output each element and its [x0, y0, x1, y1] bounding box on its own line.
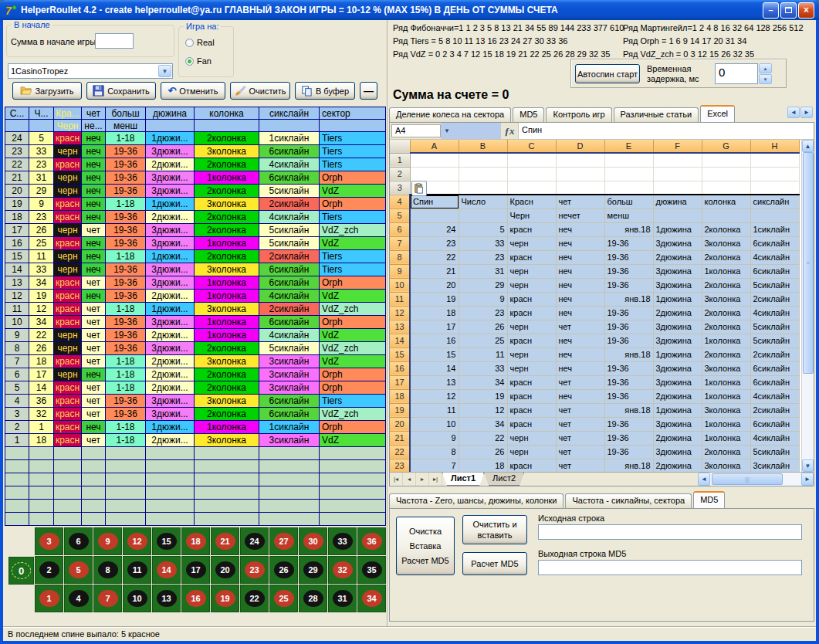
formula-value[interactable]: Спин	[518, 123, 814, 139]
spin-cell[interactable]: 13	[5, 276, 29, 290]
spin-row[interactable]: 18 23 красн неч 19-36 2дюжи... 2колонка …	[5, 211, 386, 224]
cell-a[interactable]	[410, 153, 459, 167]
cell-a[interactable]: 9	[410, 431, 459, 445]
column-cell[interactable]: 1колонка	[195, 171, 259, 185]
spin-row[interactable]: 24 5 красн неч 1-18 1дюжи... 2колонка 1с…	[5, 132, 386, 145]
cell-g[interactable]	[702, 181, 750, 195]
roulette-number-cell[interactable]: 16	[182, 585, 209, 612]
parity-cell[interactable]: неч	[82, 171, 106, 185]
dozen-cell[interactable]: 2дюжи...	[146, 211, 195, 224]
sixline-cell[interactable]: 5сиклайн	[259, 224, 320, 237]
tab[interactable]: Контроль игр	[546, 107, 611, 122]
row-header[interactable]: 16	[390, 361, 410, 375]
sixline-cell[interactable]: 6сиклайн	[259, 263, 320, 276]
dozen-cell[interactable]: 2дюжи...	[146, 158, 195, 171]
minimize-button[interactable]: –	[763, 2, 779, 19]
cell-h[interactable]: 5сиклайн	[750, 445, 799, 459]
cell-h[interactable]: 2сиклайн	[750, 347, 799, 361]
row-header[interactable]: 15	[390, 347, 410, 361]
cell-g[interactable]: 1колонка	[702, 389, 750, 403]
cell-f[interactable]: 1дюжина	[653, 222, 702, 236]
number-cell[interactable]: 1	[29, 421, 54, 434]
roulette-number-cell[interactable]: 29	[300, 557, 327, 583]
row-header[interactable]: 12	[390, 306, 410, 320]
row-header[interactable]: 9	[390, 264, 410, 278]
row-header[interactable]: 18	[390, 389, 410, 403]
cell-a[interactable]: 14	[410, 361, 459, 375]
cell-d[interactable]: неч	[556, 250, 604, 264]
column-cell[interactable]: 2колонка	[195, 185, 259, 198]
spin-cell[interactable]: 2	[5, 421, 29, 434]
calc-md5-button[interactable]: Расчет MD5	[462, 552, 527, 575]
dozen-cell[interactable]: 2дюжи...	[146, 381, 195, 395]
parity-cell[interactable]: неч	[82, 158, 106, 171]
cell-b[interactable]	[459, 167, 507, 181]
column-header[interactable]: C	[507, 140, 556, 153]
cell-e[interactable]: янв.18	[604, 292, 653, 306]
cell-g[interactable]: 1колонка	[702, 431, 750, 445]
roulette-number-cell[interactable]: 12	[124, 528, 151, 554]
roulette-number-cell[interactable]: 30	[300, 528, 327, 554]
spin-row[interactable]: 12 19 красн неч 19-36 2дюжи... 1колонка …	[5, 290, 386, 303]
cell-e[interactable]: 19-36	[604, 334, 653, 347]
color-cell[interactable]: красн	[54, 408, 82, 421]
sixline-cell[interactable]: 6сиклайн	[259, 408, 320, 421]
roulette-zero-cell[interactable]: 0	[9, 558, 33, 584]
parity-cell[interactable]: чет	[82, 224, 106, 237]
row-header[interactable]: 2	[390, 167, 410, 181]
cell-g[interactable]: колонка	[702, 195, 750, 208]
spin-row[interactable]: 22 23 красн неч 19-36 2дюжи... 2колонка …	[5, 158, 386, 171]
cell-c[interactable]: красн	[507, 459, 556, 472]
cell-e[interactable]: янв.18	[604, 222, 653, 236]
color-cell[interactable]: красн	[54, 355, 82, 368]
cell-f[interactable]: 3дюжина	[653, 264, 702, 278]
roulette-number-cell[interactable]: 26	[270, 557, 297, 583]
spin-row[interactable]: 8 26 черн чет 19-36 3дюжи... 2колонка 5с…	[5, 342, 386, 355]
row-header[interactable]: 5	[390, 208, 410, 222]
cell-d[interactable]: неч	[556, 292, 604, 306]
sector-cell[interactable]: VdZ_zch	[320, 408, 386, 421]
spin-cell[interactable]: 15	[5, 250, 29, 263]
parity-cell[interactable]: чет	[82, 329, 106, 342]
maximize-button[interactable]	[780, 2, 797, 19]
scroll-left-icon[interactable]: ◄	[698, 473, 710, 486]
spin-cell[interactable]: 9	[5, 329, 29, 342]
spin-cell[interactable]: 16	[5, 237, 29, 250]
range-cell[interactable]: 19-36	[106, 158, 146, 171]
cell-d[interactable]: чет	[556, 445, 604, 459]
sector-cell[interactable]: VdZ_zch	[320, 342, 386, 355]
clear-button[interactable]: Очистить	[230, 82, 290, 100]
cell-a[interactable]: 10	[410, 417, 459, 431]
cell-e[interactable]: янв.18	[604, 459, 653, 472]
cell-d[interactable]: неч	[556, 264, 604, 278]
cell-b[interactable]: 26	[459, 320, 507, 334]
spin-cell[interactable]: 3	[5, 408, 29, 421]
column-header[interactable]: E	[604, 140, 653, 153]
sixline-cell[interactable]: 5сиклайн	[259, 342, 320, 355]
range-cell[interactable]: 1-18	[106, 421, 146, 434]
spin-cell[interactable]: 20	[5, 185, 29, 198]
parity-cell[interactable]: неч	[82, 290, 106, 303]
cell-e[interactable]: 19-36	[604, 278, 653, 292]
number-cell[interactable]: 14	[29, 381, 54, 395]
dozen-cell[interactable]: 3дюжи...	[146, 342, 195, 355]
spin-row[interactable]: 20 29 черн неч 19-36 3дюжи... 2колонка 5…	[5, 185, 386, 198]
row-header[interactable]: 7	[390, 236, 410, 250]
parity-cell[interactable]: чет	[82, 355, 106, 368]
cell-a[interactable]: 8	[410, 445, 459, 459]
sector-cell[interactable]: VdZ	[320, 434, 386, 447]
cell-c[interactable]: Черн	[507, 208, 556, 222]
roulette-number-cell[interactable]: 18	[182, 528, 209, 554]
cell-h[interactable]: 1сиклайн	[750, 222, 799, 236]
cell-a[interactable]	[410, 167, 459, 181]
cell-d[interactable]: неч	[556, 334, 604, 347]
spin-row[interactable]: 6 17 черн неч 1-18 2дюжи... 2колонка 3си…	[5, 368, 386, 381]
parity-cell[interactable]: чет	[82, 408, 106, 421]
color-cell[interactable]: красн	[54, 276, 82, 290]
cell-d[interactable]: неч	[556, 306, 604, 320]
cell-h[interactable]: 2сиклайн	[750, 292, 799, 306]
sector-cell[interactable]: Orph	[320, 198, 386, 211]
cell-h[interactable]	[750, 181, 799, 195]
number-cell[interactable]: 9	[29, 198, 54, 211]
spin-cell[interactable]: 18	[5, 211, 29, 224]
